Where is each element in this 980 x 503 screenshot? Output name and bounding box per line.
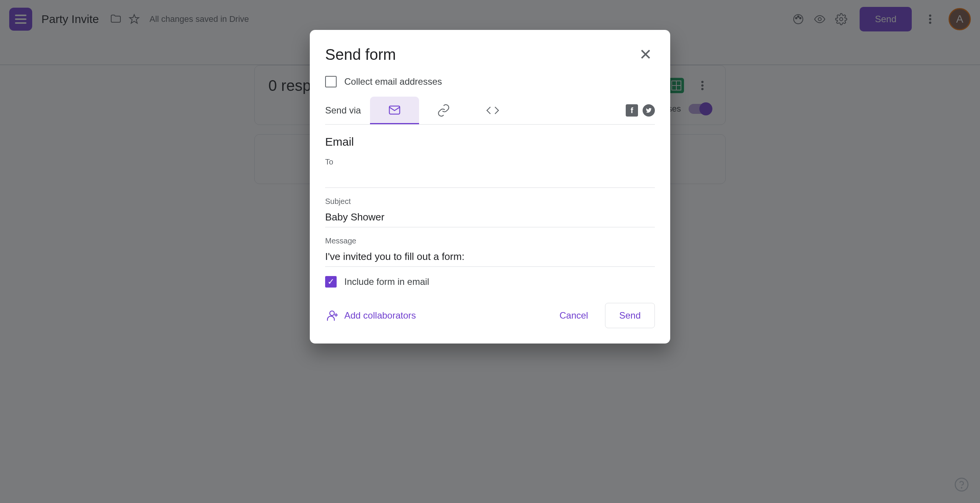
tab-email[interactable] <box>370 97 419 124</box>
message-input[interactable] <box>325 247 655 267</box>
svg-point-14 <box>955 478 968 491</box>
modal-send-button[interactable]: Send <box>605 303 655 328</box>
subject-input[interactable] <box>325 207 655 227</box>
tab-link[interactable] <box>419 97 468 124</box>
close-icon[interactable]: ✕ <box>636 45 655 64</box>
svg-point-13 <box>330 311 334 316</box>
to-label: To <box>325 158 655 166</box>
include-form-label: Include form in email <box>344 276 429 287</box>
twitter-icon[interactable] <box>643 104 655 117</box>
add-person-icon <box>325 309 339 322</box>
cancel-button[interactable]: Cancel <box>547 303 600 328</box>
email-section-label: Email <box>325 135 655 148</box>
collect-email-checkbox[interactable] <box>325 76 337 87</box>
modal-title: Send form <box>325 46 396 63</box>
send-via-tabs: Send via f <box>325 97 655 125</box>
add-collaborators-button[interactable]: Add collaborators <box>325 309 416 322</box>
send-form-modal: Send form ✕ Collect email addresses Send… <box>310 30 670 344</box>
send-via-label: Send via <box>325 105 361 116</box>
collect-email-row[interactable]: Collect email addresses <box>325 76 655 87</box>
message-label: Message <box>325 237 655 245</box>
include-form-checkbox[interactable]: ✓ <box>325 276 337 288</box>
subject-label: Subject <box>325 197 655 206</box>
svg-point-15 <box>961 488 962 488</box>
add-collaborators-label: Add collaborators <box>344 310 416 321</box>
collect-email-label: Collect email addresses <box>344 76 442 87</box>
tab-embed[interactable] <box>468 97 517 124</box>
help-icon[interactable] <box>952 475 971 494</box>
facebook-icon[interactable]: f <box>626 104 638 117</box>
to-input[interactable] <box>325 168 655 188</box>
include-form-row[interactable]: ✓ Include form in email <box>325 276 655 288</box>
svg-rect-12 <box>390 106 400 114</box>
modal-overlay: Send form ✕ Collect email addresses Send… <box>0 0 980 503</box>
